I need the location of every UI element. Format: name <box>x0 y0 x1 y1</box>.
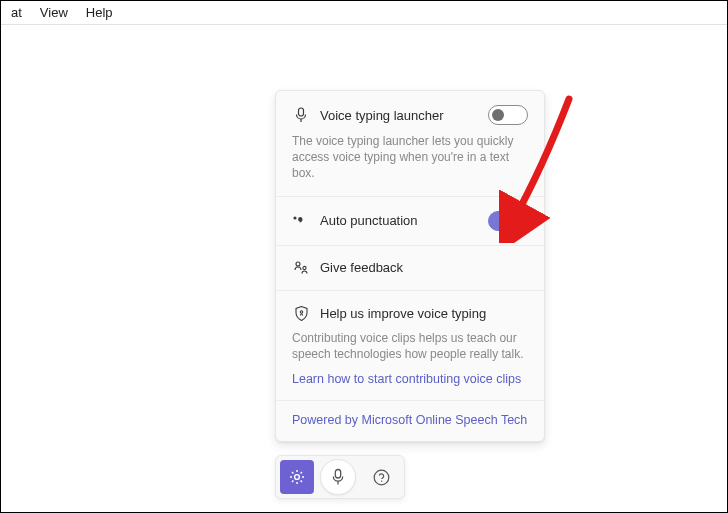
svg-point-6 <box>295 475 300 480</box>
settings-button[interactable] <box>280 460 314 494</box>
microphone-button[interactable] <box>320 459 356 495</box>
section-give-feedback[interactable]: Give feedback <box>276 245 544 290</box>
launcher-label: Voice typing launcher <box>320 108 478 123</box>
svg-point-2 <box>293 216 296 219</box>
learn-contribute-link[interactable]: Learn how to start contributing voice cl… <box>292 372 528 386</box>
voice-typing-toolbar <box>275 455 405 499</box>
section-voice-typing-launcher: Voice typing launcher The voice typing l… <box>276 91 544 196</box>
auto-punctuation-toggle[interactable] <box>488 211 528 231</box>
svg-rect-7 <box>335 470 340 479</box>
help-improve-description: Contributing voice clips helps us teach … <box>292 330 528 362</box>
gear-icon <box>288 468 306 486</box>
menubar: at View Help <box>1 1 727 25</box>
menu-item-partial[interactable]: at <box>3 3 30 22</box>
help-button[interactable] <box>366 462 396 492</box>
launcher-description: The voice typing launcher lets you quick… <box>292 133 528 182</box>
voice-typing-settings-panel: Voice typing launcher The voice typing l… <box>275 90 545 442</box>
svg-point-9 <box>374 470 389 485</box>
microphone-icon <box>292 107 310 123</box>
svg-point-10 <box>381 480 382 481</box>
svg-point-5 <box>300 310 302 312</box>
svg-point-3 <box>296 262 300 266</box>
microphone-icon <box>331 468 345 486</box>
feedback-label: Give feedback <box>320 260 528 275</box>
menu-item-view[interactable]: View <box>32 3 76 22</box>
shield-icon <box>292 305 310 322</box>
svg-rect-0 <box>299 108 304 116</box>
help-improve-label: Help us improve voice typing <box>320 306 528 321</box>
svg-point-4 <box>303 266 306 269</box>
menu-item-help[interactable]: Help <box>78 3 121 22</box>
section-help-improve: Help us improve voice typing Contributin… <box>276 290 544 400</box>
feedback-icon <box>292 260 310 276</box>
section-auto-punctuation: Auto punctuation <box>276 196 544 245</box>
punctuation-icon <box>292 214 310 228</box>
question-icon <box>373 469 390 486</box>
auto-punctuation-label: Auto punctuation <box>320 213 478 228</box>
powered-by-link[interactable]: Powered by Microsoft Online Speech Tech <box>276 400 544 441</box>
launcher-toggle[interactable] <box>488 105 528 125</box>
